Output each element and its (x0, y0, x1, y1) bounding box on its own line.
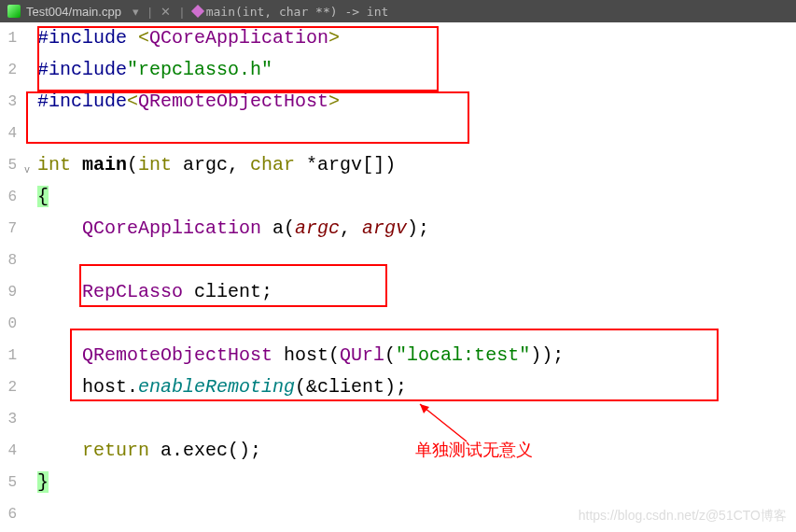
code-editor[interactable]: 1 2 3 4 5 6 7 8 9 0 1 2 3 4 5 6 v #inclu… (0, 22, 796, 530)
code-line: int main(int argc, char *argv[]) (37, 149, 796, 181)
code-line: RepCLasso client; (37, 276, 796, 308)
code-area[interactable]: #include <QCoreApplication> #include"rep… (21, 22, 796, 530)
code-line (37, 308, 796, 340)
code-line: host.enableRemoting(&client); (37, 371, 796, 403)
breadcrumb[interactable]: main(int, char **) -> int (206, 5, 389, 19)
file-tab[interactable]: Test004/main.cpp (0, 0, 129, 22)
code-line (37, 245, 796, 276)
function-icon (191, 5, 204, 18)
tab-filename: Test004/main.cpp (26, 5, 121, 19)
code-line: #include<QRemoteObjectHost> (37, 86, 796, 118)
watermark: https://blog.csdn.net/z@51CTO博客 (579, 508, 787, 525)
code-line (37, 403, 796, 435)
cpp-file-icon (7, 5, 21, 18)
tab-bar: Test004/main.cpp ▾ | ✕ | main(int, char … (0, 0, 796, 22)
code-line: } (37, 467, 796, 498)
code-line: #include"repclasso.h" (37, 54, 796, 86)
code-line: { (37, 181, 796, 213)
code-line: QCoreApplication a(argc, argv); (37, 213, 796, 245)
code-line: #include <QCoreApplication> (37, 22, 796, 54)
tab-separator: | (143, 5, 157, 19)
tab-close-icon[interactable]: ✕ (157, 5, 175, 19)
code-line: QRemoteObjectHost host(QUrl("local:test"… (37, 340, 796, 371)
annotation-text: 单独测试无意义 (415, 439, 533, 461)
code-line (37, 118, 796, 149)
line-gutter: 1 2 3 4 5 6 7 8 9 0 1 2 3 4 5 6 v (0, 22, 21, 530)
tab-dropdown-icon[interactable]: ▾ (129, 5, 143, 19)
crumb-separator: | (175, 5, 189, 19)
